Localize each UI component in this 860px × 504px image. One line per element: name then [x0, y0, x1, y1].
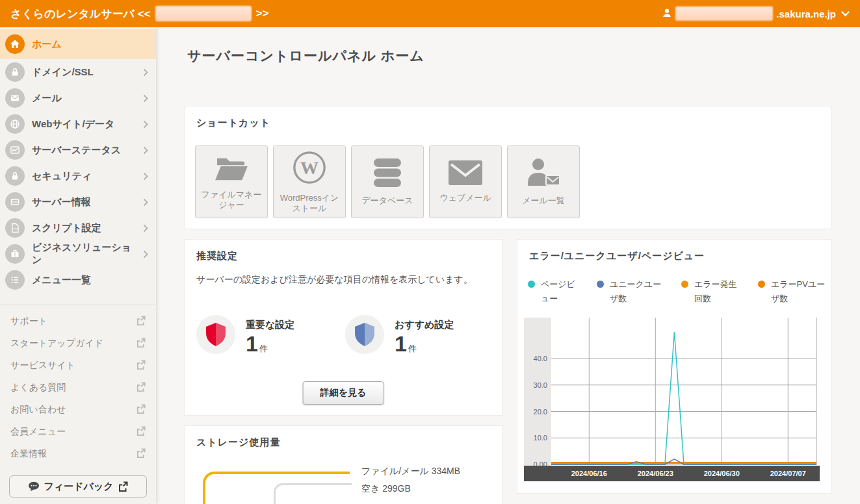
brand-suffix: >>	[256, 7, 269, 20]
account-menu[interactable]: .sakura.ne.jp	[662, 6, 850, 21]
shortcut-label: ファイルマネージャー	[196, 190, 267, 211]
sidebar-link-startup-guide[interactable]: スタートアップガイド	[0, 333, 156, 355]
sidebar-item-business-solution[interactable]: ビジネスソリューション	[0, 241, 156, 267]
sidebar-item-label: ドメイン/SSL	[32, 66, 136, 79]
sidebar-item-security[interactable]: セキュリティ	[0, 163, 156, 189]
domain-lock-icon	[5, 62, 25, 82]
database-icon	[372, 158, 403, 190]
sidebar-item-domain-ssl[interactable]: ドメイン/SSL	[0, 59, 156, 85]
sidebar-link-label: よくある質問	[10, 382, 66, 394]
svg-text:2024/06/30: 2024/06/30	[704, 470, 740, 477]
feedback-label: フィードバック	[44, 481, 113, 493]
chevron-right-icon	[143, 146, 148, 155]
mail-icon	[5, 88, 25, 108]
shortcut-label: ウェブメール	[437, 193, 494, 203]
account-domain: .sakura.ne.jp	[776, 8, 836, 19]
chevron-right-icon	[143, 250, 148, 258]
sidebar-link-company-info[interactable]: 企業情報	[0, 443, 156, 465]
storage-free-line: 空き 299GB	[361, 480, 460, 498]
svg-text:40.0: 40.0	[534, 355, 547, 362]
sidebar-item-server-info[interactable]: サーバー情報	[0, 189, 156, 215]
sidebar-item-label: メール	[32, 92, 136, 105]
external-link-icon	[136, 338, 146, 349]
sidebar-link-contact[interactable]: お問い合わせ	[0, 399, 156, 421]
sidebar-item-menu-list[interactable]: メニュー一覧	[0, 267, 156, 293]
view-details-button[interactable]: 詳細を見る	[303, 381, 384, 405]
important-label: 重要な設定	[246, 319, 294, 331]
legend-item-error-pv-users: エラーPVユーザ数	[758, 277, 828, 306]
svg-text:W: W	[300, 157, 319, 177]
shortcut-webmail[interactable]: ウェブメール	[429, 145, 502, 218]
storage-text: ファイル/メール 334MB 空き 299GB	[361, 462, 460, 497]
svg-text:</>: </>	[13, 227, 18, 231]
wordpress-icon: W	[292, 150, 327, 188]
external-link-icon	[136, 404, 146, 416]
storage-ring-inner	[274, 483, 352, 504]
storage-usage-card: ストレージ使用量 ファイル/メール 334MB 空き 299GB	[184, 425, 502, 504]
legend-label: エラー発生回数	[694, 277, 741, 306]
suggested-label: おすすめ設定	[395, 319, 454, 331]
legend-label: ページビュー	[541, 277, 580, 306]
external-link-icon	[136, 316, 146, 327]
traffic-chart-card: エラー/ユニークユーザ/ページビュー ページビュー ユニークユーザ数 エラー発生…	[517, 239, 832, 494]
folder-icon	[214, 153, 249, 184]
sidebar-link-label: お問い合わせ	[10, 404, 66, 416]
sidebar-link-support[interactable]: サポート	[0, 310, 156, 333]
sidebar-item-website-data[interactable]: Webサイト/データ	[0, 111, 156, 137]
recommended-title: 推奨設定	[196, 250, 238, 262]
main-content: サーバーコントロールパネル ホーム ショートカット ファイルマネージャー W W…	[156, 27, 860, 504]
legend-item-pageviews: ページビュー	[528, 277, 580, 306]
legend-label: ユニークユーザ数	[610, 277, 664, 306]
sidebar-item-home[interactable]: ホーム	[0, 29, 156, 59]
globe-icon	[5, 114, 25, 134]
important-count: 1	[246, 331, 258, 356]
svg-text:30.0: 30.0	[534, 381, 547, 389]
svg-text:10.0: 10.0	[534, 434, 547, 442]
sidebar-link-label: サポート	[10, 316, 47, 327]
sidebar-item-label: ビジネスソリューション	[32, 242, 136, 266]
important-settings: 重要な設定 1件	[196, 315, 294, 357]
shortcut-label: データベース	[359, 195, 415, 206]
sidebar-link-label: 企業情報	[10, 448, 47, 460]
legend-item-error-count: エラー発生回数	[681, 277, 741, 306]
sidebar-divider	[0, 305, 156, 305]
shortcut-file-manager[interactable]: ファイルマネージャー	[195, 145, 268, 218]
shortcut-label: メール一覧	[519, 195, 567, 206]
legend-dot	[758, 281, 765, 288]
legend-dot	[681, 281, 688, 288]
control-panel-page: さくらのレンタルサーバ << >> .sakura.ne.jp ホーム	[0, 0, 860, 504]
sidebar-item-label: メニュー一覧	[32, 274, 148, 286]
page-title: サーバーコントロールパネル ホーム	[187, 47, 424, 65]
legend-dot	[528, 281, 535, 288]
menu-list-icon	[5, 270, 25, 290]
suggested-settings: おすすめ設定 1件	[345, 315, 454, 357]
shortcuts-title: ショートカット	[196, 117, 270, 129]
sidebar-nav: ホーム ドメイン/SSL メール Webサイト/デー	[0, 27, 156, 293]
external-link-icon	[136, 448, 146, 460]
important-unit: 件	[259, 344, 268, 353]
chevron-right-icon	[143, 94, 148, 103]
chevron-right-icon	[143, 172, 148, 181]
shortcut-mail-list[interactable]: メール一覧	[507, 145, 580, 218]
sidebar-link-member-menu[interactable]: 会員メニュー	[0, 421, 156, 443]
external-link-icon	[136, 426, 146, 438]
shortcut-database[interactable]: データベース	[351, 145, 424, 218]
recommended-settings-card: 推奨設定 サーバーの設定および注意が必要な項目の情報を表示しています。 重要な設…	[184, 239, 502, 416]
sidebar-item-label: サーバーステータス	[32, 144, 136, 157]
sidebar-item-label: Webサイト/データ	[32, 118, 136, 131]
server-icon	[5, 192, 25, 212]
sidebar-item-script-settings[interactable]: </> スクリプト設定	[0, 215, 156, 241]
important-shield-icon	[196, 315, 235, 354]
svg-text:2024/06/23: 2024/06/23	[638, 470, 673, 477]
sidebar-item-server-status[interactable]: サーバーステータス	[0, 137, 156, 163]
feedback-button[interactable]: フィードバック	[9, 475, 147, 498]
legend-item-unique-users: ユニークユーザ数	[597, 277, 664, 306]
speech-bubble-icon	[28, 481, 40, 492]
sidebar-link-faq[interactable]: よくある質問	[0, 377, 156, 399]
sidebar-link-label: スタートアップガイド	[10, 338, 103, 349]
sidebar-link-service-site[interactable]: サービスサイト	[0, 355, 156, 377]
sidebar-item-mail[interactable]: メール	[0, 85, 156, 111]
brand-title[interactable]: さくらのレンタルサーバ << >>	[10, 6, 268, 21]
shortcut-wordpress-install[interactable]: W WordPressインストール	[273, 145, 346, 218]
sidebar-item-label: サーバー情報	[32, 196, 136, 208]
